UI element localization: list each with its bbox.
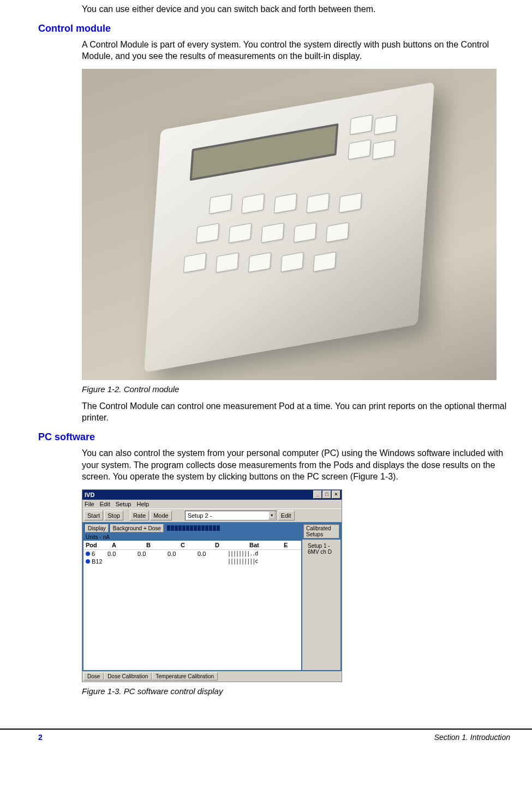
page-footer: 2 Section 1. Introduction (0, 731, 532, 746)
rate-button[interactable]: Rate (130, 511, 149, 520)
start-button[interactable]: Start (84, 511, 103, 520)
menu-setup[interactable]: Setup (116, 501, 131, 507)
intro-paragraph: You can use either device and you can sw… (38, 3, 510, 15)
maximize-button[interactable]: □ (322, 490, 331, 499)
cell-c: 0.0 (168, 550, 198, 557)
pc-software-paragraph: You can also control the system from you… (38, 447, 510, 483)
figure-1-3-caption: Figure 1-3. PC software control display (82, 686, 510, 696)
mode-button[interactable]: Mode (150, 511, 172, 520)
tab-dose-calibration[interactable]: Dose Calibration (104, 672, 152, 680)
pod-status-icon (86, 559, 90, 564)
menu-help[interactable]: Help (136, 501, 149, 507)
menu-file[interactable]: File (85, 501, 94, 507)
display-button[interactable]: Display (85, 524, 109, 532)
control-module-photo (82, 69, 497, 380)
heading-pc-software: PC software (38, 431, 510, 443)
setup-select[interactable]: Setup 2 - (185, 511, 277, 520)
pod-status-icon (86, 552, 90, 556)
calibrated-setup-item[interactable]: Setup 1 - 6MV ch D (304, 542, 338, 556)
progress-icon (167, 525, 220, 531)
col-d: D (215, 542, 249, 548)
table-body: 6 0.0 0.0 0.0 0.0 ||||||||..d B12 (83, 550, 301, 670)
col-a: A (112, 542, 146, 548)
cell-bat: ||||||||||c (228, 558, 258, 564)
col-pod: Pod (86, 542, 112, 548)
calibrated-setups-label: Calibrated Setups (303, 524, 339, 538)
close-button[interactable]: × (332, 490, 340, 499)
col-e: E (284, 542, 299, 548)
heading-control-module: Control module (38, 23, 510, 34)
edit-button[interactable]: Edit (278, 511, 295, 520)
col-bat: Bat (249, 542, 284, 548)
pc-software-window: IVD _ □ × File Edit Setup Help Start Sto… (82, 489, 342, 682)
cell-d: 0.0 (198, 550, 228, 557)
bottom-tabs: Dose Dose Calibration Temperature Calibr… (82, 671, 342, 682)
figure-1-2: Figure 1-2. Control module (38, 69, 510, 394)
table-header: Pod A B C D Bat E (83, 541, 301, 550)
window-title: IVD (85, 492, 94, 498)
section-label: Section 1. Introduction (434, 733, 510, 742)
table-row[interactable]: B12 ||||||||||c (83, 558, 301, 565)
figure-1-3: IVD _ □ × File Edit Setup Help Start Sto… (38, 489, 510, 696)
menu-edit[interactable]: Edit (100, 501, 110, 507)
table-row[interactable]: 6 0.0 0.0 0.0 0.0 ||||||||..d (83, 550, 301, 558)
control-module-paragraph-2: The Control Module can control one measu… (38, 400, 510, 424)
cell-b: 0.0 (138, 550, 168, 557)
background-dose-button[interactable]: Background + Dose (110, 524, 164, 532)
window-titlebar: IVD _ □ × (82, 490, 342, 500)
control-module-paragraph-1: A Control Module is part of every system… (38, 39, 510, 62)
col-c: C (181, 542, 215, 548)
units-label: Units - nA (83, 534, 301, 541)
cell-a: 0.0 (107, 550, 138, 557)
minimize-button[interactable]: _ (313, 490, 322, 499)
page-number: 2 (38, 733, 43, 742)
pod-id: 6 (92, 550, 95, 557)
tab-temperature-calibration[interactable]: Temperature Calibration (152, 672, 218, 680)
col-b: B (146, 542, 181, 548)
cell-bat: ||||||||..d (228, 550, 258, 557)
toolbar: Start Stop Rate Mode Setup 2 - Edit (82, 508, 342, 522)
stop-button[interactable]: Stop (104, 511, 123, 520)
menu-bar: File Edit Setup Help (82, 500, 342, 508)
tab-dose[interactable]: Dose (83, 672, 104, 680)
figure-1-2-caption: Figure 1-2. Control module (82, 384, 510, 394)
pod-id: B12 (92, 558, 103, 565)
